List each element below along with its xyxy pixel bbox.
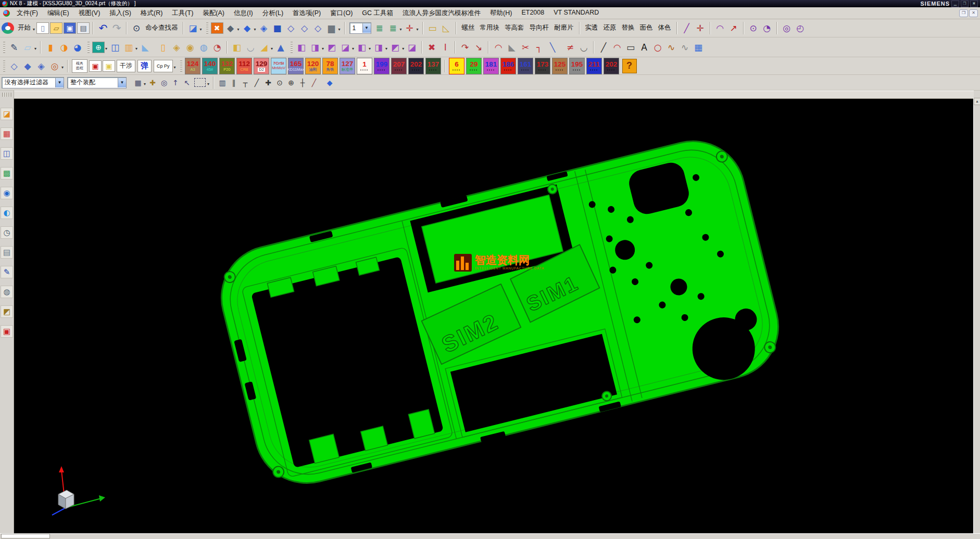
quick-trim-icon[interactable]: ≠ bbox=[564, 41, 576, 54]
material-button-125[interactable]: 125 bbox=[552, 58, 568, 74]
mold-tool-4-button[interactable]: 耐磨片 bbox=[551, 22, 576, 33]
menu-item-6[interactable]: 装配(A) bbox=[198, 8, 229, 19]
material-button-161[interactable]: 161 bbox=[518, 58, 533, 74]
sew-icon[interactable]: ◡ bbox=[244, 41, 257, 54]
resource-bar-handle[interactable] bbox=[2, 93, 11, 97]
dropdown-arrow-icon[interactable]: ▾ bbox=[207, 82, 209, 86]
profile-line-icon[interactable]: ╱ bbox=[597, 41, 610, 54]
chevron-down-icon[interactable]: ▼ bbox=[362, 23, 371, 33]
mold-tool-0-button[interactable]: 螺丝 bbox=[459, 22, 478, 33]
top-selection-icon[interactable]: ↑ bbox=[170, 78, 181, 88]
blend-icon[interactable]: ◕ bbox=[71, 41, 84, 54]
studio-cube-icon[interactable]: ◇ bbox=[312, 22, 324, 34]
spring-button[interactable]: 弹 bbox=[137, 60, 152, 72]
material-button-112[interactable]: 112CR8 bbox=[236, 58, 252, 74]
material-button-29[interactable]: 29 bbox=[466, 58, 482, 74]
shaded-cube-icon[interactable]: ◆ bbox=[241, 22, 254, 34]
dropdown-arrow-icon[interactable]: ▾ bbox=[352, 46, 354, 51]
intersect-icon[interactable]: ◍ bbox=[197, 41, 210, 54]
mold-tool-2-button[interactable]: 等高套 bbox=[502, 22, 527, 33]
display-tool-3-button[interactable]: 面色 bbox=[637, 22, 656, 33]
unite-icon[interactable]: ◈ bbox=[170, 41, 183, 54]
dropdown-arrow-icon[interactable]: ▾ bbox=[200, 27, 202, 32]
polygon-icon[interactable]: ○ bbox=[651, 41, 664, 54]
shaded-edges-cube-icon[interactable]: ◈ bbox=[258, 22, 270, 34]
layer-settings-icon[interactable]: ≣ bbox=[373, 22, 386, 34]
menu-item-8[interactable]: 分析(L) bbox=[258, 8, 288, 19]
dropdown-arrow-icon[interactable]: ▾ bbox=[254, 27, 256, 32]
material-button-202[interactable]: 202 bbox=[408, 58, 424, 74]
pad-icon[interactable]: ◣ bbox=[139, 41, 152, 54]
chamfer-icon[interactable]: ◣ bbox=[506, 41, 518, 54]
replace-face-icon[interactable]: ◪ bbox=[339, 41, 351, 54]
dropdown-arrow-icon[interactable]: ▾ bbox=[417, 27, 419, 32]
wireframe-cube-icon[interactable]: ◇ bbox=[285, 22, 297, 34]
reorder-blend-icon[interactable]: ◨ bbox=[372, 41, 385, 54]
offset-curve-icon[interactable]: ╲ bbox=[546, 41, 559, 54]
menu-item-13[interactable]: 帮助(H) bbox=[485, 8, 517, 19]
material-button-199[interactable]: 199 bbox=[374, 58, 390, 74]
background-swatch-icon[interactable]: ▆ bbox=[325, 22, 338, 34]
extract-face-icon[interactable]: ◇ bbox=[8, 60, 20, 72]
selection-scope-combo[interactable]: 整个装配▼ bbox=[67, 77, 127, 88]
render-style-icon[interactable]: ◆ bbox=[224, 22, 237, 34]
minimize-button[interactable]: ▁ bbox=[951, 1, 959, 7]
extract-body-icon[interactable]: ◈ bbox=[35, 60, 47, 72]
assembly-navigator-icon[interactable]: ▦ bbox=[1, 127, 13, 140]
menu-item-12[interactable]: 流浪人异乡国度汽模标准件 bbox=[398, 8, 485, 19]
dropdown-arrow-icon[interactable]: ▾ bbox=[271, 46, 273, 51]
start-button[interactable]: 开始 bbox=[16, 22, 33, 33]
dropdown-arrow-icon[interactable]: ▾ bbox=[322, 46, 324, 51]
spline-icon[interactable]: ∿ bbox=[665, 41, 677, 54]
touch-panel-icon[interactable]: ▣ bbox=[1, 325, 13, 338]
static-wireframe-cube-icon[interactable]: ◇ bbox=[298, 22, 311, 34]
menu-item-14[interactable]: ET2008 bbox=[517, 8, 549, 19]
circle-center-icon[interactable]: ⊙ bbox=[747, 22, 760, 34]
selection-filter-combo[interactable]: 没有选择过滤器▼ bbox=[2, 77, 64, 88]
menu-item-2[interactable]: 视图(V) bbox=[74, 8, 105, 19]
mold-red-block-icon[interactable]: ▣ bbox=[89, 60, 102, 72]
wave-link-icon[interactable]: ◎ bbox=[48, 60, 61, 72]
display-tool-0-button[interactable]: 实透 bbox=[583, 22, 601, 33]
patch-icon[interactable]: ◧ bbox=[231, 41, 243, 54]
command-finder-button[interactable]: 命令查找器 bbox=[143, 22, 180, 33]
pattern-curve-icon[interactable]: ▦ bbox=[692, 41, 705, 54]
corner-selection-icon[interactable]: ↖ bbox=[182, 78, 192, 88]
profile-arc-icon[interactable]: ◠ bbox=[611, 41, 623, 54]
close-window-icon[interactable]: ✖ bbox=[211, 22, 223, 34]
material-button-124[interactable]: 124A3 bbox=[185, 58, 200, 74]
history-icon[interactable]: ◷ bbox=[1, 226, 13, 239]
roles-icon[interactable]: ◩ bbox=[1, 305, 13, 318]
dropdown-arrow-icon[interactable]: ▾ bbox=[385, 46, 387, 51]
sketch-icon[interactable]: ✎ bbox=[8, 41, 20, 54]
menu-item-15[interactable]: VT STANDARD bbox=[549, 8, 604, 19]
save-icon[interactable]: ▣ bbox=[64, 22, 76, 34]
dropdown-arrow-icon[interactable]: ▾ bbox=[338, 27, 341, 32]
open-icon[interactable]: ▱ bbox=[50, 22, 62, 34]
child-restore-button[interactable]: ❒ bbox=[959, 9, 968, 17]
material-button-186[interactable]: 186 bbox=[500, 58, 516, 74]
scrollbar-up-icon[interactable]: ▲ bbox=[974, 98, 980, 105]
constraint-navigator-icon[interactable]: ◫ bbox=[1, 147, 13, 160]
toolbar-grip[interactable] bbox=[180, 60, 182, 72]
dropdown-arrow-icon[interactable]: ▾ bbox=[34, 46, 36, 51]
menu-item-4[interactable]: 格式(R) bbox=[136, 8, 167, 19]
toolbar-grip[interactable] bbox=[206, 22, 208, 34]
snap-midpoint-icon[interactable]: ┬ bbox=[240, 78, 250, 88]
material-button-127[interactable]: 127标准件 bbox=[340, 58, 355, 74]
snap-tangent-icon[interactable]: ╱ bbox=[309, 78, 319, 88]
print-icon[interactable]: ▤ bbox=[77, 22, 90, 34]
graphics-viewport[interactable]: SIM2 SIM1 bbox=[14, 98, 974, 534]
arc-icon[interactable]: ◠ bbox=[714, 22, 726, 34]
toolbar-grip[interactable] bbox=[291, 42, 293, 53]
toolbar-grip[interactable] bbox=[3, 42, 5, 53]
project-curve-icon[interactable]: ↘ bbox=[472, 41, 485, 54]
dropdown-arrow-icon[interactable]: ▾ bbox=[237, 27, 240, 32]
material-button-211[interactable]: 211 bbox=[586, 58, 602, 74]
solid-cube-icon[interactable]: ■ bbox=[271, 22, 284, 34]
highlight-icon[interactable]: ◎ bbox=[159, 78, 169, 88]
snap-point-icon[interactable]: ┼ bbox=[297, 78, 308, 88]
sketch-line-icon[interactable]: ╱ bbox=[681, 22, 693, 34]
dropdown-arrow-icon[interactable]: ▾ bbox=[105, 46, 107, 51]
text-tool-icon[interactable]: I bbox=[439, 41, 451, 54]
